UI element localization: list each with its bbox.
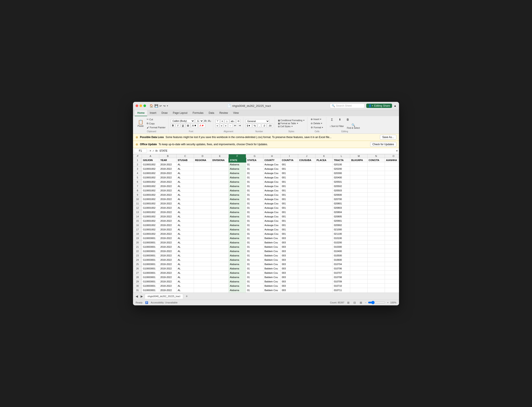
- italic-button[interactable]: I: [176, 124, 180, 127]
- cell-G25[interactable]: 01: [246, 262, 263, 266]
- cell-G19[interactable]: 01: [246, 236, 263, 240]
- cell-N27[interactable]: [368, 271, 385, 275]
- cell-C31[interactable]: AL: [177, 288, 194, 292]
- cell-D8[interactable]: [194, 188, 211, 193]
- cell-H12[interactable]: Autauga Cou: [263, 206, 281, 210]
- cell-F27[interactable]: Alabama: [229, 271, 246, 275]
- cell-A29[interactable]: G10003001: [142, 279, 159, 284]
- cell-B13[interactable]: 2018-2022: [159, 210, 177, 214]
- cell-A1[interactable]: GISJOIN: [142, 158, 159, 162]
- cell-O29[interactable]: [385, 279, 399, 284]
- cell-L16[interactable]: 020902: [333, 223, 350, 227]
- cell-C24[interactable]: AL: [177, 258, 194, 262]
- cell-N19[interactable]: [368, 236, 385, 240]
- cell-J10[interactable]: [298, 197, 315, 201]
- cell-C21[interactable]: AL: [177, 245, 194, 249]
- cell-H10[interactable]: Autauga Cou: [263, 197, 281, 201]
- cell-A22[interactable]: G10003001: [142, 249, 159, 253]
- cell-I9[interactable]: 001: [281, 193, 298, 197]
- cell-C6[interactable]: AL: [177, 180, 194, 184]
- cell-G15[interactable]: 01: [246, 219, 263, 223]
- cell-B22[interactable]: 2018-2022: [159, 249, 177, 253]
- cell-F24[interactable]: Alabama: [229, 258, 246, 262]
- tab-data[interactable]: Data: [206, 110, 217, 116]
- delete-button[interactable]: ⊖ Delete ▼: [310, 122, 324, 125]
- cell-K9[interactable]: [315, 193, 333, 197]
- cell-K15[interactable]: [315, 219, 333, 223]
- tab-prev-button[interactable]: ◀: [135, 294, 139, 298]
- cut-button[interactable]: ✂ Cut: [145, 117, 167, 121]
- cell-M8[interactable]: [350, 188, 368, 193]
- cell-L18[interactable]: 021100: [333, 232, 350, 236]
- cell-G23[interactable]: 01: [246, 253, 263, 258]
- cell-A25[interactable]: G10003001: [142, 262, 159, 266]
- cell-L9[interactable]: 020600: [333, 193, 350, 197]
- zoom-out-icon[interactable]: −: [365, 301, 366, 304]
- cell-L14[interactable]: 020805: [333, 214, 350, 219]
- cell-G6[interactable]: 01: [246, 180, 263, 184]
- formula-close-icon[interactable]: ✕: [149, 149, 152, 152]
- cell-B8[interactable]: 2018-2022: [159, 188, 177, 193]
- row-header-29[interactable]: 29: [133, 279, 142, 284]
- cell-I5[interactable]: 001: [281, 175, 298, 180]
- cell-D7[interactable]: [194, 184, 211, 188]
- cell-I18[interactable]: 001: [281, 232, 298, 236]
- cell-N29[interactable]: [368, 279, 385, 284]
- cell-B3[interactable]: 2018-2022: [159, 167, 177, 171]
- currency-button[interactable]: $▼: [246, 124, 252, 128]
- row-header-10[interactable]: 10: [133, 197, 142, 201]
- cell-N6[interactable]: [368, 180, 385, 184]
- row-header-1[interactable]: 1: [133, 158, 142, 162]
- cell-G2[interactable]: 01: [246, 162, 263, 167]
- cell-I13[interactable]: 001: [281, 210, 298, 214]
- cell-E16[interactable]: [211, 223, 229, 227]
- cell-D1[interactable]: REGIONA: [194, 158, 211, 162]
- cell-H29[interactable]: Baldwin Cou: [263, 279, 281, 284]
- cell-K31[interactable]: [315, 288, 333, 292]
- format-painter-button[interactable]: 🖌 Format Painter: [145, 126, 167, 129]
- cell-C14[interactable]: AL: [177, 214, 194, 219]
- cell-H22[interactable]: Baldwin Cou: [263, 249, 281, 253]
- cell-J22[interactable]: [298, 249, 315, 253]
- align-right-icon[interactable]: ≡: [224, 124, 227, 128]
- cell-L24[interactable]: 010600: [333, 258, 350, 262]
- cell-J14[interactable]: [298, 214, 315, 219]
- cell-L15[interactable]: 020901: [333, 219, 350, 223]
- cell-O15[interactable]: [385, 219, 399, 223]
- cell-B17[interactable]: 2018-2022: [159, 227, 177, 232]
- cell-D26[interactable]: [194, 266, 211, 271]
- merge-center-icon[interactable]: ↔: [228, 124, 233, 128]
- cell-E20[interactable]: [211, 240, 229, 245]
- cell-L22[interactable]: 010400: [333, 249, 350, 253]
- cell-L23[interactable]: 010500: [333, 253, 350, 258]
- cell-I31[interactable]: 003: [281, 288, 298, 292]
- cell-E17[interactable]: [211, 227, 229, 232]
- cell-I25[interactable]: 003: [281, 262, 298, 266]
- cell-L8[interactable]: 020503: [333, 188, 350, 193]
- fill-button[interactable]: ⬇: [336, 117, 343, 122]
- cell-O2[interactable]: [385, 162, 399, 167]
- cell-N1[interactable]: CONCITA: [368, 158, 385, 162]
- cell-M30[interactable]: [350, 284, 368, 288]
- cell-I10[interactable]: 001: [281, 197, 298, 201]
- cell-B2[interactable]: 2018-2022: [159, 162, 177, 167]
- cell-K23[interactable]: [315, 253, 333, 258]
- cell-F31[interactable]: Alabama: [229, 288, 246, 292]
- cell-E23[interactable]: [211, 253, 229, 258]
- tab-draw[interactable]: Draw: [159, 110, 170, 116]
- cell-N15[interactable]: [368, 219, 385, 223]
- cell-O26[interactable]: [385, 266, 399, 271]
- cell-O24[interactable]: [385, 258, 399, 262]
- cell-J30[interactable]: [298, 284, 315, 288]
- cell-L30[interactable]: 010710: [333, 284, 350, 288]
- cell-A8[interactable]: G10001002: [142, 188, 159, 193]
- cell-F11[interactable]: Alabama: [229, 201, 246, 206]
- cell-H17[interactable]: Autauga Cou: [263, 227, 281, 232]
- cell-H5[interactable]: Autauga Cou: [263, 175, 281, 180]
- cell-I4[interactable]: 001: [281, 171, 298, 175]
- share-button[interactable]: 👤+ Editing Share: [366, 104, 392, 108]
- cell-F30[interactable]: Alabama: [229, 284, 246, 288]
- cell-E8[interactable]: [211, 188, 229, 193]
- cell-L13[interactable]: 020804: [333, 210, 350, 214]
- align-middle-icon[interactable]: ≡: [220, 119, 224, 123]
